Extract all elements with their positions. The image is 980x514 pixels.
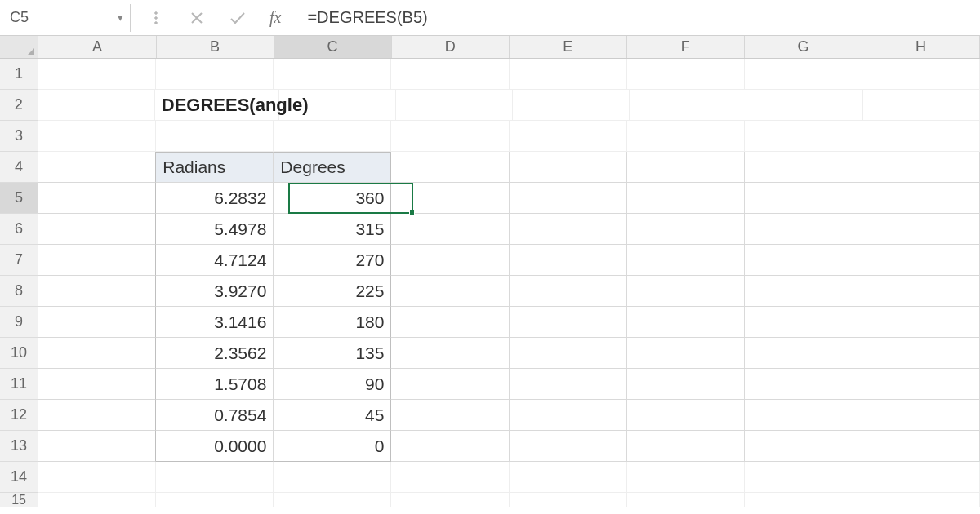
cell-C12[interactable]: 45 (274, 400, 391, 431)
cell-F3[interactable] (627, 121, 745, 152)
row-header-14[interactable]: 14 (0, 462, 38, 493)
cell-F4[interactable] (627, 152, 745, 183)
cell-E1[interactable] (510, 59, 627, 90)
cell-D4[interactable] (391, 152, 509, 183)
cell-A14[interactable] (38, 462, 156, 493)
cell-G6[interactable] (745, 214, 862, 245)
cell-D15[interactable] (391, 493, 509, 507)
cell-C3[interactable] (274, 121, 391, 152)
cell-B8[interactable]: 3.9270 (156, 276, 274, 307)
chevron-down-icon[interactable]: ▾ (118, 11, 123, 24)
cell-H6[interactable] (862, 214, 980, 245)
cell-B3[interactable] (156, 121, 274, 152)
cell-B12[interactable]: 0.7854 (156, 400, 274, 431)
cell-D11[interactable] (391, 369, 509, 400)
cell-H15[interactable] (862, 493, 980, 507)
cell-C11[interactable]: 90 (274, 369, 391, 400)
cell-E10[interactable] (510, 338, 627, 369)
col-header-G[interactable]: G (745, 36, 862, 58)
cell-C6[interactable]: 315 (274, 214, 391, 245)
cancel-icon[interactable] (188, 9, 206, 27)
row-header-12[interactable]: 12 (0, 400, 38, 431)
cell-D1[interactable] (391, 59, 509, 90)
row-header-11[interactable]: 11 (0, 369, 38, 400)
cell-B9[interactable]: 3.1416 (156, 307, 274, 338)
row-header-7[interactable]: 7 (0, 245, 38, 276)
cell-E3[interactable] (510, 121, 627, 152)
cell-B11[interactable]: 1.5708 (156, 369, 274, 400)
name-box[interactable]: C5 ▾ (0, 4, 131, 32)
cell-G4[interactable] (745, 152, 862, 183)
cell-C9[interactable]: 180 (274, 307, 391, 338)
cell-D6[interactable] (391, 214, 509, 245)
cell-C15[interactable] (274, 493, 391, 507)
col-header-C[interactable]: C (274, 36, 392, 58)
cell-H13[interactable] (862, 431, 980, 462)
cell-C13[interactable]: 0 (274, 431, 391, 462)
row-header-8[interactable]: 8 (0, 276, 38, 307)
cell-B5[interactable]: 6.2832 (156, 183, 274, 214)
check-icon[interactable] (229, 9, 247, 27)
cell-A5[interactable] (38, 183, 156, 214)
cell-G3[interactable] (745, 121, 862, 152)
cell-H5[interactable] (862, 183, 980, 214)
select-all-corner[interactable] (0, 36, 38, 58)
cell-G15[interactable] (745, 493, 862, 507)
cell-A1[interactable] (38, 59, 156, 90)
cell-D5[interactable] (391, 183, 509, 214)
cell-G14[interactable] (745, 462, 862, 493)
fx-icon[interactable]: fx (270, 8, 281, 27)
cell-H12[interactable] (862, 400, 980, 431)
cell-B6[interactable]: 5.4978 (156, 214, 274, 245)
cell-G9[interactable] (745, 307, 862, 338)
cell-D7[interactable] (391, 245, 509, 276)
cell-C10[interactable]: 135 (274, 338, 391, 369)
cell-H3[interactable] (862, 121, 980, 152)
col-header-H[interactable]: H (862, 36, 980, 58)
cell-E12[interactable] (510, 400, 627, 431)
cell-D14[interactable] (391, 462, 509, 493)
cell-B4[interactable]: Radians (156, 152, 274, 183)
cell-G13[interactable] (745, 431, 862, 462)
cell-G12[interactable] (745, 400, 862, 431)
cell-A9[interactable] (38, 307, 156, 338)
cell-D8[interactable] (391, 276, 509, 307)
col-header-A[interactable]: A (38, 36, 156, 58)
cell-A10[interactable] (38, 338, 156, 369)
cell-C7[interactable]: 270 (274, 245, 391, 276)
cell-G5[interactable] (745, 183, 862, 214)
worksheet-grid[interactable]: 1 2 DEGREES(angle) 3 4 (0, 59, 980, 507)
cell-H2[interactable] (863, 90, 980, 121)
cell-C5[interactable]: 360 (274, 183, 391, 214)
cell-C2[interactable] (279, 90, 396, 121)
cell-F11[interactable] (627, 369, 745, 400)
cell-F2[interactable] (630, 90, 746, 121)
cell-F12[interactable] (627, 400, 745, 431)
cell-A11[interactable] (38, 369, 156, 400)
cell-D2[interactable] (396, 90, 513, 121)
cell-E7[interactable] (510, 245, 627, 276)
cell-E5[interactable] (510, 183, 627, 214)
cell-E11[interactable] (510, 369, 627, 400)
row-header-4[interactable]: 4 (0, 152, 38, 183)
cell-B13[interactable]: 0.0000 (156, 431, 274, 462)
row-header-15[interactable]: 15 (0, 493, 38, 507)
row-header-6[interactable]: 6 (0, 214, 38, 245)
cell-B7[interactable]: 4.7124 (156, 245, 274, 276)
cell-E8[interactable] (510, 276, 627, 307)
col-header-E[interactable]: E (510, 36, 627, 58)
row-header-10[interactable]: 10 (0, 338, 38, 369)
cell-F5[interactable] (627, 183, 745, 214)
cell-A6[interactable] (38, 214, 156, 245)
cell-H11[interactable] (862, 369, 980, 400)
cell-C4[interactable]: Degrees (274, 152, 391, 183)
cell-F1[interactable] (627, 59, 745, 90)
cell-C14[interactable] (274, 462, 391, 493)
more-icon[interactable] (147, 9, 165, 27)
col-header-B[interactable]: B (157, 36, 274, 58)
cell-F13[interactable] (627, 431, 745, 462)
cell-G1[interactable] (745, 59, 862, 90)
cell-E9[interactable] (510, 307, 627, 338)
cell-B14[interactable] (156, 462, 274, 493)
row-header-5[interactable]: 5 (0, 183, 38, 214)
